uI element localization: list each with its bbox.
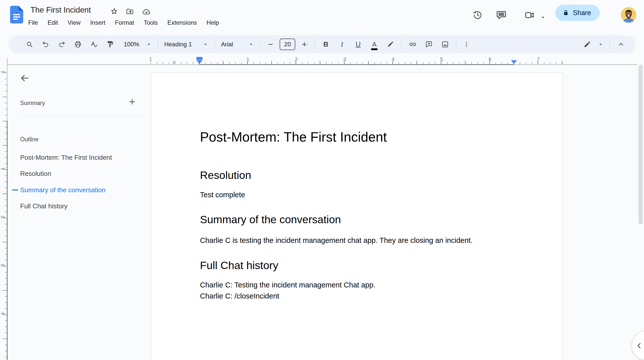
- outline-item[interactable]: Resolution: [20, 170, 51, 178]
- bold-button[interactable]: B: [318, 36, 334, 52]
- close-outline-back-icon[interactable]: [18, 72, 31, 85]
- underline-label: U: [356, 40, 361, 48]
- share-button-label: Share: [573, 9, 591, 17]
- add-comment-icon[interactable]: [421, 36, 437, 52]
- toolbar-divider: [610, 39, 610, 49]
- italic-button[interactable]: I: [334, 36, 350, 52]
- search-icon[interactable]: [21, 36, 38, 52]
- comments-icon[interactable]: [495, 9, 508, 22]
- font-select[interactable]: Arial: [218, 37, 257, 51]
- font-size-input[interactable]: 20: [280, 39, 295, 50]
- print-icon[interactable]: [70, 36, 86, 52]
- zoom-value: 100%: [124, 41, 139, 48]
- toolbar: 100% Heading 1 Arial 20 B I U A: [8, 35, 636, 53]
- outline-label: Outline: [20, 136, 39, 143]
- ruler-bar-text-area: [199, 64, 514, 65]
- bold-label: B: [323, 40, 328, 48]
- doc-heading2-chat[interactable]: Full Chat history: [200, 259, 278, 272]
- chevron-down-icon: [146, 41, 152, 47]
- font-value: Arial: [221, 41, 233, 48]
- chevron-down-icon: [248, 41, 254, 47]
- version-history-icon[interactable]: [471, 9, 484, 22]
- avatar[interactable]: [621, 7, 636, 23]
- outline-panel: Summary Outline Post-Mortem: The First I…: [0, 66, 151, 360]
- doc-chat-line[interactable]: Charlie C: Testing the incident manageme…: [200, 279, 518, 290]
- toolbar-divider: [401, 39, 402, 49]
- menu-tools[interactable]: Tools: [144, 19, 158, 26]
- active-item-dash: [12, 189, 18, 190]
- document-title[interactable]: The First Incident: [31, 6, 91, 15]
- show-side-panel-button[interactable]: [632, 331, 644, 360]
- ruler-bar-margin-right: [514, 64, 637, 65]
- underline-button[interactable]: U: [350, 36, 366, 52]
- summary-label: Summary: [20, 100, 45, 107]
- spellcheck-icon[interactable]: [86, 36, 102, 52]
- left-indent-marker[interactable]: [196, 60, 202, 64]
- horizontal-ruler: 1 1 2 3 4 5 6 7: [0, 56, 644, 66]
- toolbar-divider: [456, 39, 456, 49]
- chevron-left-icon: [635, 341, 643, 350]
- menu-insert[interactable]: Insert: [90, 19, 105, 26]
- chevron-down-icon: [598, 41, 604, 47]
- share-button[interactable]: Share: [555, 5, 600, 21]
- vertical-scrollbar-thumb[interactable]: [638, 65, 643, 224]
- doc-chat-line[interactable]: Charlie C: /closeIncident: [200, 290, 518, 302]
- styles-value: Heading 1: [164, 41, 192, 48]
- doc-paragraph-summary[interactable]: Charlie C is testing the incident manage…: [200, 235, 518, 246]
- doc-heading1[interactable]: Post-Mortem: The First Incident: [200, 129, 387, 145]
- menu-extensions[interactable]: Extensions: [167, 19, 197, 26]
- zoom-select[interactable]: 100%: [121, 37, 155, 51]
- styles-select[interactable]: Heading 1: [161, 37, 212, 51]
- italic-label: I: [341, 40, 343, 48]
- doc-heading2-summary[interactable]: Summary of the conversation: [200, 213, 341, 226]
- menu-format[interactable]: Format: [115, 19, 134, 26]
- star-icon[interactable]: [108, 5, 121, 18]
- outline-item[interactable]: Full Chat history: [20, 202, 68, 210]
- outline-item-active[interactable]: Summary of the conversation: [20, 186, 105, 194]
- outline-item[interactable]: Post-Mortem: The First Incident: [20, 154, 112, 161]
- add-summary-icon[interactable]: [126, 95, 139, 108]
- insert-link-icon[interactable]: [405, 36, 421, 52]
- docs-logo-icon[interactable]: [10, 6, 23, 24]
- doc-heading2-resolution[interactable]: Resolution: [200, 169, 251, 182]
- cloud-saved-icon[interactable]: [140, 5, 153, 18]
- undo-icon[interactable]: [38, 36, 54, 52]
- more-options-icon[interactable]: [459, 36, 474, 52]
- hide-menus-button[interactable]: [613, 36, 629, 52]
- first-line-indent-marker[interactable]: [196, 57, 202, 60]
- chevron-down-icon: [202, 41, 209, 47]
- insert-image-icon[interactable]: [437, 36, 453, 52]
- toolbar-divider: [314, 39, 315, 49]
- font-size-decrease-button[interactable]: [264, 36, 278, 52]
- editing-mode-select[interactable]: [580, 37, 607, 51]
- move-folder-icon[interactable]: [123, 5, 136, 18]
- document-page[interactable]: Post-Mortem: The First Incident Resoluti…: [151, 73, 563, 360]
- video-call-caret-icon[interactable]: [540, 14, 546, 21]
- right-indent-marker[interactable]: [511, 60, 517, 64]
- video-call-icon[interactable]: [523, 9, 536, 22]
- menu-view[interactable]: View: [68, 19, 81, 26]
- menu-bar: File Edit View Insert Format Tools Exten…: [28, 19, 219, 26]
- ruler-bar-margin-left: [8, 64, 199, 65]
- highlight-color-button[interactable]: [382, 36, 398, 52]
- lock-icon: [562, 9, 569, 16]
- font-size-increase-button[interactable]: [297, 36, 311, 52]
- toolbar-divider: [260, 39, 260, 49]
- text-color-button[interactable]: A: [366, 36, 382, 52]
- menu-file[interactable]: File: [28, 19, 38, 26]
- toolbar-divider: [215, 39, 215, 49]
- redo-icon[interactable]: [54, 36, 70, 52]
- menu-edit[interactable]: Edit: [48, 19, 58, 26]
- pencil-icon: [583, 41, 591, 48]
- toolbar-divider: [158, 39, 158, 49]
- paint-format-icon[interactable]: [102, 36, 118, 52]
- doc-paragraph-resolution[interactable]: Test complete: [200, 189, 518, 200]
- text-color-label: A: [372, 41, 376, 48]
- ruler-ticks: [151, 61, 563, 64]
- summary-divider: [20, 115, 143, 116]
- menu-help[interactable]: Help: [207, 19, 219, 26]
